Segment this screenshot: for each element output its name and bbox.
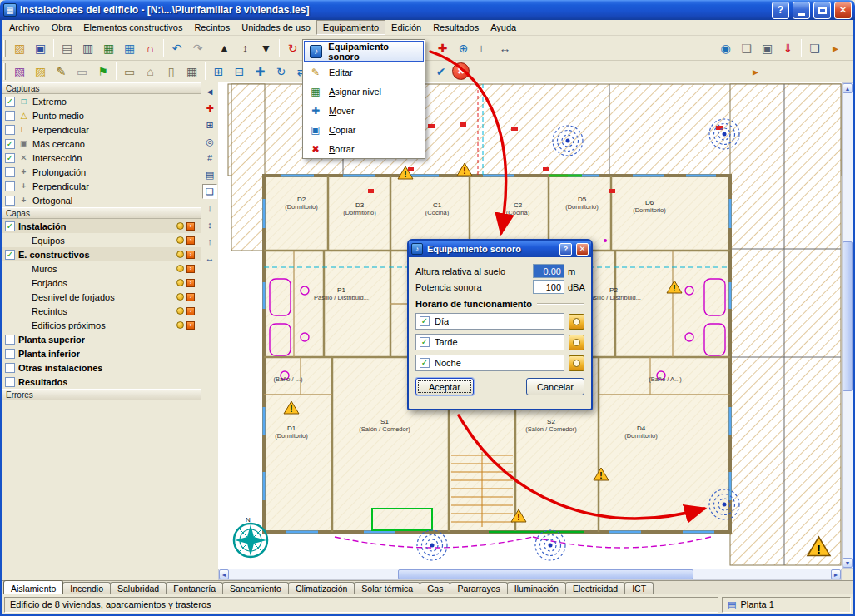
menuitem-editar[interactable]: ✎Editar: [303, 62, 425, 82]
layer-link-icon[interactable]: ›: [186, 279, 195, 287]
tab-solar-termica[interactable]: Solar térmica: [354, 582, 420, 594]
pan-down-icon[interactable]: ↓: [202, 201, 217, 216]
layer-otras-instalaciones[interactable]: ✓Otras instalaciones: [2, 360, 201, 375]
query-results-icon[interactable]: ✔: [431, 62, 450, 81]
export-arrow-icon[interactable]: ⇓: [778, 38, 798, 57]
save-icon[interactable]: ▣: [31, 38, 50, 57]
collapse-sidebar-icon[interactable]: ◄: [202, 84, 217, 99]
tab-incendio[interactable]: Incendio: [62, 582, 111, 594]
layer-link-icon[interactable]: ›: [186, 307, 195, 315]
checkbox[interactable]: ✓: [5, 97, 15, 107]
scroll-down-button[interactable]: ▼: [843, 558, 853, 568]
layer-visibility-icon[interactable]: [176, 293, 184, 301]
tab-salubridad[interactable]: Salubridad: [110, 582, 167, 594]
edit-plan-icon[interactable]: ✚: [202, 101, 217, 116]
layer-muros[interactable]: Muros›: [2, 261, 201, 276]
layers-flag-icon[interactable]: ⚑: [93, 62, 112, 81]
tab-electricidad[interactable]: Electricidad: [565, 582, 625, 594]
undo-icon[interactable]: ↶: [167, 38, 186, 57]
menu-equipamiento[interactable]: Equipamiento: [316, 20, 385, 35]
globe-icon[interactable]: ◉: [716, 38, 735, 57]
checkbox[interactable]: ✓: [5, 196, 15, 206]
altura-input[interactable]: [533, 264, 564, 278]
room-tool-icon[interactable]: ⌂: [141, 62, 160, 81]
menuitem-copiar[interactable]: ▣Copiar: [303, 120, 425, 139]
menu-resultados[interactable]: Resultados: [427, 20, 485, 35]
layer-visibility-icon[interactable]: [176, 307, 184, 315]
layer-visibility-icon[interactable]: [176, 251, 184, 258]
redraw-icon[interactable]: ↻: [283, 38, 302, 57]
capture-mas-cercano-3[interactable]: ✓▣Más cercano: [2, 137, 201, 151]
layer-desnivel-de-forjados[interactable]: Desnivel de forjados›: [2, 290, 201, 304]
menu-obra[interactable]: Obra: [46, 20, 77, 35]
layer-link-icon[interactable]: ›: [186, 251, 195, 259]
tab-iluminacion[interactable]: Iluminación: [507, 582, 566, 594]
dialog-titlebar[interactable]: ♪ Equipamiento sonoro ? ✕: [409, 241, 591, 257]
checkbox[interactable]: ✓: [5, 125, 15, 135]
comment-icon[interactable]: ❏: [202, 184, 217, 199]
checkbox[interactable]: ✓: [5, 167, 15, 177]
layer-instalacion[interactable]: ✓Instalación›: [2, 219, 201, 233]
reference-icon[interactable]: ✚: [433, 38, 452, 57]
pan-up-icon[interactable]: ↑: [202, 234, 217, 249]
layer-stack-icon[interactable]: ▤: [202, 167, 217, 182]
redo-icon[interactable]: ↷: [188, 38, 207, 57]
layer-recintos[interactable]: Recintos›: [2, 304, 201, 318]
view-3d-icon[interactable]: ❑: [737, 38, 756, 57]
listing-icon[interactable]: ▦: [120, 38, 139, 57]
window-switch-icon[interactable]: ❏: [805, 38, 824, 57]
menuitem-mover[interactable]: ✚Mover: [303, 101, 425, 120]
layer-equipos[interactable]: Equipos›: [2, 233, 201, 247]
menu-unidades-de-uso[interactable]: Unidades de uso: [236, 20, 316, 35]
menu-archivo[interactable]: Archivo: [3, 20, 46, 35]
layer-link-icon[interactable]: ›: [186, 265, 195, 273]
report-table-icon[interactable]: ▦: [99, 38, 118, 57]
layer-link-icon[interactable]: ›: [186, 293, 195, 301]
checkbox[interactable]: ✓: [5, 377, 15, 387]
scroll-right-button[interactable]: ►: [831, 569, 841, 579]
checkbox[interactable]: ✓: [5, 335, 15, 345]
tab-aislamiento[interactable]: Aislamiento: [3, 580, 63, 594]
menu-ayuda[interactable]: Ayuda: [485, 20, 522, 35]
minimize-button[interactable]: [793, 2, 810, 19]
layer-visibility-icon[interactable]: [176, 321, 184, 329]
checkbox[interactable]: ✓: [420, 337, 430, 347]
zoom-all-icon[interactable]: ◎: [202, 134, 217, 149]
paste-tool-icon[interactable]: ⊟: [230, 62, 249, 81]
zoom-window-icon[interactable]: ⊞: [202, 117, 217, 132]
checkbox[interactable]: ✓: [5, 250, 15, 260]
measure-icon[interactable]: ↔: [495, 38, 514, 57]
capture-extremo-0[interactable]: ✓□Extremo: [2, 94, 201, 108]
visibility-icon[interactable]: ▨: [31, 62, 50, 81]
capture-perpendicular-2[interactable]: ✓∟Perpendicular: [2, 122, 201, 137]
menu-edicion[interactable]: Edición: [385, 20, 427, 35]
layer-visibility-icon[interactable]: [176, 265, 184, 272]
cancelar-button[interactable]: Cancelar: [526, 378, 584, 395]
checkbox[interactable]: ✓: [5, 139, 15, 149]
capture-interseccion-4[interactable]: ✓✕Intersección: [2, 151, 201, 165]
schedule-edit-button[interactable]: [569, 355, 584, 371]
copy-tool-icon[interactable]: ⊞: [209, 62, 228, 81]
layer-colors-icon[interactable]: ▧: [10, 62, 29, 81]
pan-leftright-icon[interactable]: ↔: [202, 251, 217, 266]
menu-recintos[interactable]: Recintos: [188, 20, 236, 35]
layer-resultados[interactable]: ✓Resultados: [2, 375, 201, 389]
dialog-close-button[interactable]: ✕: [576, 243, 589, 256]
horizontal-scrollbar[interactable]: ◄ ►: [218, 569, 842, 580]
origin-icon[interactable]: ∟: [475, 38, 494, 57]
help-button[interactable]: ?: [772, 2, 789, 19]
tab-climatizacion[interactable]: Climatización: [288, 582, 355, 594]
capture-perpendicular-6[interactable]: ✓+Perpendicular: [2, 179, 201, 193]
layer-forjados[interactable]: Forjados›: [2, 276, 201, 290]
capture-ortogonal-7[interactable]: ✓+Ortogonal: [2, 193, 201, 207]
layer-visibility-icon[interactable]: [176, 222, 184, 230]
checkbox[interactable]: ✓: [5, 181, 15, 191]
floor-down-icon[interactable]: ▼: [256, 38, 276, 57]
checkbox[interactable]: ✓: [420, 316, 430, 326]
tab-gas[interactable]: Gas: [420, 582, 450, 594]
capture-prolongacion-5[interactable]: ✓+Prolongación: [2, 165, 201, 179]
schedule-edit-button[interactable]: [569, 335, 584, 350]
grid-tool-icon[interactable]: ▦: [182, 62, 201, 81]
layer-link-icon[interactable]: ›: [186, 321, 195, 330]
checkbox[interactable]: ✓: [5, 153, 15, 163]
